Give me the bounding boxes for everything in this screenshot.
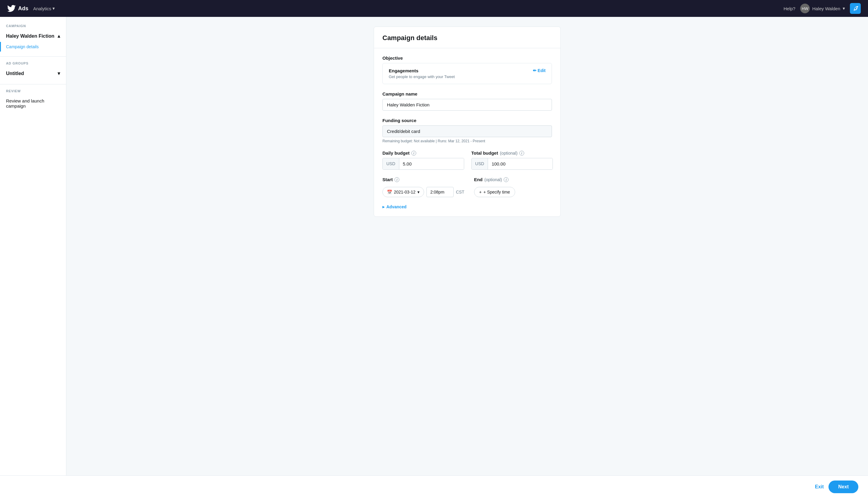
logo[interactable]: Ads xyxy=(7,4,28,13)
objective-label: Objective xyxy=(383,55,552,61)
sidebar-item-review[interactable]: Review and launch campaign xyxy=(0,95,66,112)
edit-objective-button[interactable]: ✏ Edit xyxy=(533,68,546,73)
end-field: End (optional) i + + Specify time xyxy=(474,177,516,197)
objective-title: Engagements xyxy=(389,68,455,73)
user-label: Haley Walden xyxy=(812,6,840,11)
review-label: Review and launch campaign xyxy=(6,98,60,108)
exit-button[interactable]: Exit xyxy=(815,484,824,489)
funding-source-label: Funding source xyxy=(383,118,552,123)
start-time-input[interactable] xyxy=(426,187,454,197)
advanced-chevron-icon: ▸ xyxy=(383,205,385,209)
sidebar-campaign-name[interactable]: Haley Walden Fiction ▴ xyxy=(0,30,66,42)
total-budget-amount-input[interactable] xyxy=(488,158,553,169)
daily-budget-amount-input[interactable] xyxy=(399,158,464,169)
specify-time-button[interactable]: + + Specify time xyxy=(474,187,516,197)
topnav-right: Help? HW Haley Walden ▾ xyxy=(783,3,861,14)
ad-groups-section-label: AD GROUPS xyxy=(0,62,66,67)
total-budget-info-icon[interactable]: i xyxy=(519,151,524,156)
end-label: End (optional) i xyxy=(474,177,516,182)
advanced-label: Advanced xyxy=(386,205,406,209)
advanced-toggle[interactable]: ▸ Advanced xyxy=(383,205,552,209)
start-date-button[interactable]: 📅 2021-03-12 ▾ xyxy=(383,187,424,197)
campaign-details-card: Campaign details Objective Engagements G… xyxy=(374,27,561,217)
campaign-name-label: Campaign name xyxy=(383,91,552,96)
untitled-label: Untitled xyxy=(6,71,24,76)
start-end-section: Start i 📅 2021-03-12 ▾ CST xyxy=(383,177,552,197)
objective-section: Objective Engagements Get people to enga… xyxy=(383,55,552,84)
analytics-menu[interactable]: Analytics ▾ xyxy=(33,6,55,11)
campaign-section-label: CAMPAIGN xyxy=(0,24,66,30)
card-title: Campaign details xyxy=(383,34,552,42)
campaign-name-section: Campaign name xyxy=(383,91,552,110)
start-label: Start i xyxy=(383,177,465,182)
compose-icon xyxy=(852,5,858,11)
start-field: Start i 📅 2021-03-12 ▾ CST xyxy=(383,177,465,197)
page-layout: CAMPAIGN Haley Walden Fiction ▴ Campaign… xyxy=(0,17,868,498)
analytics-label: Analytics xyxy=(33,6,51,11)
user-chevron-icon: ▾ xyxy=(843,6,845,11)
card-body: Objective Engagements Get people to enga… xyxy=(374,48,560,217)
untitled-collapse-icon: ▾ xyxy=(57,70,60,76)
brand-label: Ads xyxy=(18,5,28,12)
total-budget-field: Total budget (optional) i USD xyxy=(471,150,553,170)
user-menu[interactable]: HW Haley Walden ▾ xyxy=(800,4,845,13)
avatar: HW xyxy=(800,4,810,13)
campaign-collapse-icon: ▴ xyxy=(57,33,60,39)
sidebar-item-campaign-details[interactable]: Campaign details xyxy=(0,42,66,52)
total-budget-currency: USD xyxy=(472,158,488,169)
objective-desc: Get people to engage with your Tweet xyxy=(389,75,455,79)
total-budget-input-group: USD xyxy=(471,158,553,170)
daily-budget-label: Daily budget i xyxy=(383,150,464,156)
start-info-icon[interactable]: i xyxy=(394,177,399,182)
objective-info: Engagements Get people to engage with yo… xyxy=(389,68,455,79)
pencil-icon: ✏ xyxy=(533,68,536,73)
sidebar-divider-2 xyxy=(0,84,66,84)
specify-time-label: + Specify time xyxy=(483,189,510,194)
analytics-chevron-icon: ▾ xyxy=(52,6,55,11)
start-date-value: 2021-03-12 xyxy=(394,189,416,194)
topnav: Ads Analytics ▾ Help? HW Haley Walden ▾ xyxy=(0,0,868,17)
end-datetime-row: + + Specify time xyxy=(474,187,516,197)
calendar-icon: 📅 xyxy=(387,189,392,194)
help-link[interactable]: Help? xyxy=(783,6,795,11)
end-info-icon[interactable]: i xyxy=(504,177,508,182)
daily-budget-currency: USD xyxy=(383,158,399,169)
plus-icon: + xyxy=(479,189,482,194)
start-date-chevron-icon: ▾ xyxy=(417,189,419,194)
sidebar-divider-1 xyxy=(0,56,66,57)
review-section-label: REVIEW xyxy=(0,89,66,95)
daily-budget-input-group: USD xyxy=(383,158,464,170)
start-tz-label: CST xyxy=(456,189,465,194)
funding-hint: Remaining budget: Not available | Runs: … xyxy=(383,139,552,143)
campaign-details-label: Campaign details xyxy=(6,44,39,49)
bottom-bar: Exit Next xyxy=(0,475,868,498)
funding-source-section: Funding source Credit/debit card Remaini… xyxy=(383,118,552,143)
card-header: Campaign details xyxy=(374,27,560,48)
main-content: Campaign details Objective Engagements G… xyxy=(66,17,868,498)
daily-budget-field: Daily budget i USD xyxy=(383,150,464,170)
funding-source-select[interactable]: Credit/debit card xyxy=(383,126,552,137)
budget-section: Daily budget i USD Total budget (optiona… xyxy=(383,150,552,170)
sidebar-untitled[interactable]: Untitled ▾ xyxy=(0,67,66,79)
campaign-name-text: Haley Walden Fiction xyxy=(6,34,54,39)
next-button[interactable]: Next xyxy=(829,481,858,493)
edit-label: Edit xyxy=(538,68,546,73)
compose-button[interactable] xyxy=(850,3,861,14)
objective-box: Engagements Get people to engage with yo… xyxy=(383,63,552,84)
campaign-name-input[interactable] xyxy=(383,99,552,110)
sidebar: CAMPAIGN Haley Walden Fiction ▴ Campaign… xyxy=(0,17,66,498)
total-budget-label: Total budget (optional) i xyxy=(471,150,553,156)
twitter-icon xyxy=(7,4,16,13)
daily-budget-info-icon[interactable]: i xyxy=(411,151,416,156)
start-datetime-row: 📅 2021-03-12 ▾ CST xyxy=(383,187,465,197)
